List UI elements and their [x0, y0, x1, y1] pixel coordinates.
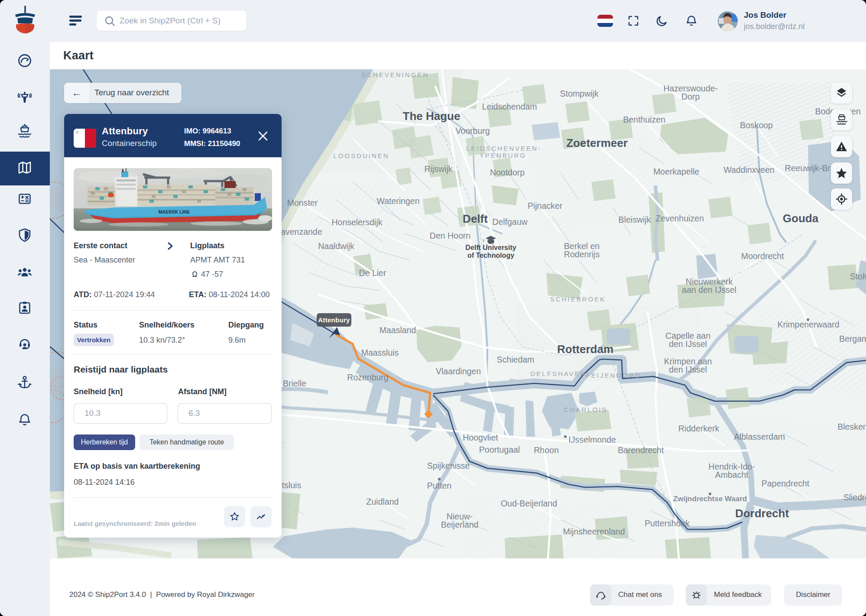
- svg-text:Bergambacht: Bergambacht: [839, 334, 866, 344]
- svg-text:Hoogvliet: Hoogvliet: [463, 433, 498, 442]
- svg-text:Delft: Delft: [463, 212, 488, 225]
- svg-text:Rhoon: Rhoon: [534, 445, 558, 455]
- svg-text:Zevenhuizen: Zevenhuizen: [655, 214, 704, 223]
- svg-text:Spijkenisse: Spijkenisse: [427, 461, 470, 470]
- svg-text:Stolwijk: Stolwijk: [850, 272, 866, 281]
- svg-text:Dordrecht: Dordrecht: [735, 507, 789, 520]
- svg-text:Naaldwijk: Naaldwijk: [318, 241, 354, 251]
- svg-text:Putten: Putten: [427, 481, 451, 490]
- svg-text:Rotterdam: Rotterdam: [557, 343, 613, 356]
- svg-text:CHARLOIS: CHARLOIS: [564, 406, 608, 413]
- svg-text:Gouda: Gouda: [783, 212, 819, 225]
- svg-text:Moordrecht: Moordrecht: [741, 251, 784, 261]
- svg-text:IJsselmonde: IJsselmonde: [568, 435, 616, 444]
- svg-text:Waddinxveen: Waddinxveen: [723, 165, 774, 175]
- svg-text:Papendrecht: Papendrecht: [762, 479, 810, 488]
- svg-text:DELFSHAVEN: DELFSHAVEN: [531, 370, 587, 377]
- svg-text:Rijswijk: Rijswijk: [425, 164, 453, 174]
- svg-text:den IJssel: den IJssel: [669, 339, 707, 349]
- svg-text:Vlaardingen: Vlaardingen: [436, 366, 481, 376]
- svg-text:den IJssel: den IJssel: [669, 365, 707, 374]
- svg-text:aan den IJssel: aan den IJssel: [682, 285, 736, 295]
- svg-text:Delfgauw: Delfgauw: [492, 217, 528, 227]
- svg-text:Benthuizen: Benthuizen: [623, 115, 665, 124]
- svg-text:Honselersdijk: Honselersdijk: [331, 217, 382, 227]
- svg-text:of Technology: of Technology: [467, 252, 514, 259]
- svg-text:Delft University: Delft University: [465, 244, 516, 251]
- svg-text:Zwijndrechtse Waard: Zwijndrechtse Waard: [673, 495, 747, 503]
- svg-text:Boskoop: Boskoop: [740, 120, 773, 130]
- svg-text:Maasland: Maasland: [379, 325, 416, 335]
- svg-text:Schiedam: Schiedam: [497, 355, 535, 364]
- svg-text:Monster: Monster: [287, 198, 318, 207]
- svg-text:Brielle: Brielle: [283, 379, 306, 388]
- svg-text:The Hague: The Hague: [403, 110, 461, 123]
- svg-text:Moerkapelle: Moerkapelle: [653, 167, 699, 176]
- svg-text:Zuidland: Zuidland: [367, 497, 399, 506]
- svg-text:Ridderkerk: Ridderkerk: [678, 424, 720, 433]
- svg-text:Nootdorp: Nootdorp: [490, 168, 525, 177]
- svg-text:SCHEVENINGEN: SCHEVENINGEN: [361, 71, 429, 78]
- svg-text:Zoetermeer: Zoetermeer: [566, 136, 628, 149]
- svg-text:Dorp: Dorp: [681, 92, 700, 101]
- svg-text:Krimpenerwaard: Krimpenerwaard: [777, 320, 839, 329]
- svg-text:LEIDSCHENVEEN-: LEIDSCHENVEEN-: [466, 145, 542, 152]
- svg-text:Poortugaal: Poortugaal: [479, 445, 520, 454]
- svg-text:Leidschendam: Leidschendam: [482, 102, 537, 111]
- svg-text:Rozenburg: Rozenburg: [347, 373, 388, 382]
- svg-text:De Lier: De Lier: [359, 268, 386, 278]
- svg-text:LOOSDUINEN: LOOSDUINEN: [333, 152, 389, 159]
- svg-text:Ambacht: Ambacht: [715, 470, 749, 480]
- svg-text:Pijnacker: Pijnacker: [528, 201, 563, 211]
- svg-text:Puttershoek: Puttershoek: [645, 519, 690, 528]
- svg-text:Bleskensgraaf: Bleskensgraaf: [837, 422, 866, 431]
- svg-text:MAERSK LINE: MAERSK LINE: [159, 209, 190, 214]
- svg-text:Beijerland: Beijerland: [441, 520, 479, 529]
- svg-text:Barendrecht: Barendrecht: [618, 445, 664, 455]
- svg-text:Voorburg: Voorburg: [455, 126, 490, 136]
- svg-text:Sliedrecht: Sliedrecht: [843, 493, 866, 502]
- svg-text:Rodenrijs: Rodenrijs: [564, 250, 600, 259]
- svg-text:Maassluis: Maassluis: [361, 348, 399, 357]
- svg-text:Bleiswijk: Bleiswijk: [619, 215, 651, 224]
- svg-text:YPENBURG: YPENBURG: [480, 152, 526, 159]
- svg-text:Stompwijk: Stompwijk: [560, 89, 599, 98]
- svg-text:Oud-Beijerland: Oud-Beijerland: [501, 499, 557, 508]
- svg-text:FEIJENOORD: FEIJENOORD: [586, 372, 641, 379]
- svg-text:Wateringen: Wateringen: [377, 196, 420, 206]
- svg-text:SCHIEBROEK: SCHIEBROEK: [550, 295, 606, 303]
- svg-text:Den Hoorn: Den Hoorn: [430, 231, 470, 240]
- svg-text:Mijnsheerenland: Mijnsheerenland: [563, 527, 625, 536]
- svg-text:Alblasserdam: Alblasserdam: [734, 432, 785, 441]
